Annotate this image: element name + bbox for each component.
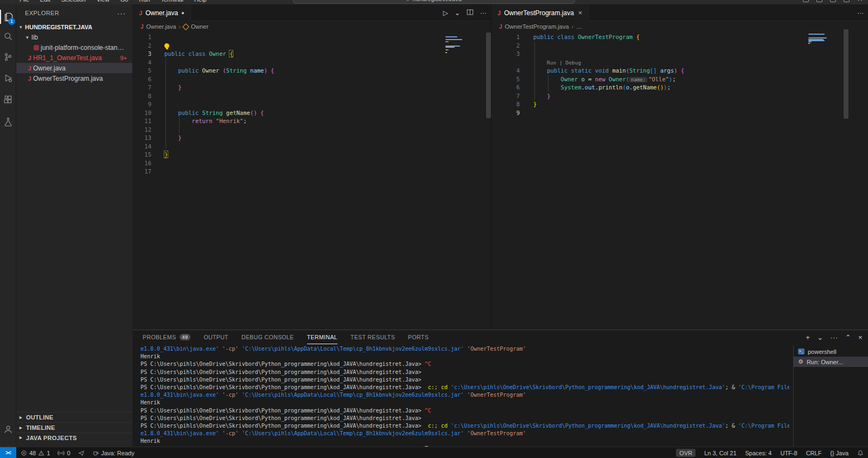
code-line[interactable]: 12 — [133, 126, 491, 134]
customize-layout-icon[interactable] — [844, 0, 850, 2]
menu-item-file[interactable]: File — [15, 0, 34, 4]
code-line[interactable]: 2 — [133, 42, 491, 50]
terminal-instance-powershell[interactable]: >_powershell — [794, 346, 868, 357]
section-timeline[interactable]: ▸TIMELINE — [16, 422, 132, 433]
code-line[interactable]: 8} — [492, 100, 868, 109]
section-java-projects[interactable]: ▸JAVA PROJECTS — [16, 433, 132, 447]
menu-item-help[interactable]: Help — [190, 0, 211, 4]
status-problems[interactable]: 481 — [21, 450, 50, 456]
status-encoding[interactable]: UTF-8 — [780, 450, 797, 456]
run-debug-icon[interactable] — [0, 69, 16, 87]
code-area[interactable]: 1public class OwnerTestProgram {23Run | … — [492, 32, 868, 117]
panel-tab-problems[interactable]: PROBLEMS49 — [143, 330, 190, 344]
close-panel-icon[interactable]: × — [858, 333, 863, 341]
code-line[interactable]: 11 return "Henrik"; — [133, 117, 491, 126]
code-line[interactable]: 17 — [133, 167, 491, 176]
breadcrumb-item[interactable]: Owner.java — [146, 23, 176, 30]
panel-tab-output[interactable]: OUTPUT — [203, 330, 228, 344]
new-terminal-icon[interactable]: + — [806, 333, 810, 341]
run-icon[interactable]: ▷ — [443, 9, 448, 17]
code-line[interactable]: 9 — [133, 100, 491, 109]
breadcrumb-separator-icon: › — [572, 24, 573, 30]
explorer-more-actions-icon[interactable]: ··· — [117, 9, 126, 17]
tab-owner.java[interactable]: JOwner.java● — [133, 4, 191, 21]
window-close-icon[interactable]: ✕ — [857, 0, 863, 2]
code-line[interactable]: 10 public String getName() { — [133, 109, 491, 118]
breadcrumb-item[interactable]: OwnerTestProgram.java — [505, 23, 569, 30]
lightbulb-icon[interactable] — [164, 43, 169, 48]
remote-indicator[interactable]: >< — [0, 447, 16, 458]
layout-secondary-sidebar-icon[interactable] — [830, 0, 836, 2]
editor-scrollbar[interactable] — [844, 29, 848, 119]
panel-tab-terminal[interactable]: TERMINAL — [307, 330, 337, 344]
tree-item-owner-java[interactable]: JOwner.java — [16, 63, 132, 73]
status-ports-forwarded[interactable]: 0 — [58, 450, 70, 456]
menu-item-run[interactable]: Run — [135, 0, 154, 4]
menu-item-go[interactable]: Go — [116, 0, 133, 4]
run-dropdown-icon[interactable]: ⌄ — [455, 9, 460, 17]
menu-item-terminal[interactable]: Terminal — [157, 0, 188, 4]
breadcrumb-item[interactable]: … — [576, 23, 582, 30]
code-line[interactable]: 8 — [133, 92, 491, 101]
panel-tab-ports[interactable]: PORTS — [408, 330, 429, 344]
command-center[interactable]: ⌕ hundregistret.Java — [293, 0, 575, 4]
layout-sidebar-icon[interactable] — [816, 0, 822, 2]
account-icon[interactable] — [0, 420, 16, 438]
tree-item-lib[interactable]: ▾lib — [16, 32, 132, 42]
tree-item-hr1-1-ownertest-java[interactable]: JHR1_1_OwnerTest.java9+ — [16, 53, 132, 63]
code-line[interactable]: 13 } — [133, 134, 491, 143]
code-line[interactable]: 4 — [133, 59, 491, 67]
status-cursor-position[interactable]: Ln 3, Col 21 — [704, 450, 736, 456]
code-line[interactable]: 14 — [133, 143, 491, 151]
maximize-panel-icon[interactable]: ⌃ — [845, 333, 851, 341]
editor-scrollbar[interactable] — [486, 33, 491, 118]
menu-item-view[interactable]: View — [92, 0, 114, 4]
status-notifications[interactable] — [857, 450, 864, 456]
codelens-line[interactable]: Run | Debug — [492, 59, 868, 67]
more-icon[interactable]: ··· — [857, 9, 864, 17]
code-line[interactable]: 5 public Owner (String name) { — [133, 67, 491, 75]
source-control-icon[interactable] — [0, 48, 16, 66]
terminal-dropdown-icon[interactable]: ⌄ — [817, 333, 823, 341]
code-line[interactable]: 3public class Owner { — [133, 50, 491, 59]
layout-panel-icon[interactable] — [803, 0, 809, 2]
menu-item-selection[interactable]: Selection — [57, 0, 90, 4]
code-line[interactable]: 4 public static void main(String[] args)… — [492, 67, 868, 75]
testing-icon[interactable] — [0, 113, 16, 131]
section-outline[interactable]: ▸OUTLINE — [16, 412, 132, 422]
panel-tab-debug-console[interactable]: DEBUG CONSOLE — [241, 330, 294, 344]
code-line[interactable]: 3 — [492, 50, 868, 59]
tab-close-icon[interactable]: × — [578, 9, 583, 17]
explorer-icon[interactable]: 1 — [0, 8, 16, 26]
tree-item-hundregistret-java[interactable]: ▾HUNDREGISTRET.JAVA — [16, 22, 132, 32]
code-line[interactable]: 2 — [492, 42, 868, 50]
codelens-run-debug[interactable]: Run | Debug — [547, 59, 581, 67]
status-language-mode[interactable]: {} Java — [830, 450, 848, 456]
terminal-instance-run-owner-[interactable]: ⚙Run: Owner... — [794, 357, 868, 367]
breadcrumb-item[interactable]: Owner — [191, 23, 208, 30]
more-icon[interactable]: ··· — [480, 9, 487, 17]
tree-item-junit-platform-console-standalone-[interactable]: junit-platform-console-standalone-... — [16, 42, 132, 53]
status-indentation[interactable]: Spaces: 4 — [745, 450, 772, 456]
code-line[interactable]: 15} — [133, 151, 491, 159]
tree-item-ownertestprogram-java[interactable]: JOwnerTestProgram.java — [16, 73, 132, 83]
split-editor-icon[interactable] — [467, 9, 474, 17]
tab-ownertestprogram.java[interactable]: JOwnerTestProgram.java× — [492, 4, 589, 21]
status-overtype[interactable]: OVR — [676, 449, 695, 457]
code-line[interactable]: 6 — [133, 75, 491, 84]
more-actions-icon[interactable]: ··· — [831, 333, 838, 341]
code-line[interactable]: 16 — [133, 159, 491, 168]
code-line[interactable]: 9 — [492, 109, 868, 118]
terminal-output[interactable]: e1.8.0_431\bin\java.exe' '-cp' 'C:\Users… — [141, 345, 789, 447]
code-line[interactable]: 7 } — [492, 92, 868, 101]
code-line[interactable]: 1 — [133, 33, 491, 42]
search-icon[interactable] — [0, 27, 16, 46]
status-eol[interactable]: CRLF — [806, 450, 822, 456]
menu-item-edit[interactable]: Edit — [36, 0, 55, 4]
extensions-icon[interactable] — [0, 91, 16, 109]
status-java-status[interactable]: Java: Ready — [92, 450, 135, 456]
status-debug[interactable] — [78, 450, 85, 456]
panel-tab-test-results[interactable]: TEST RESULTS — [350, 330, 395, 344]
code-line[interactable]: 7 } — [133, 83, 491, 92]
code-area[interactable]: 123public class Owner {45 public Owner (… — [133, 32, 491, 176]
